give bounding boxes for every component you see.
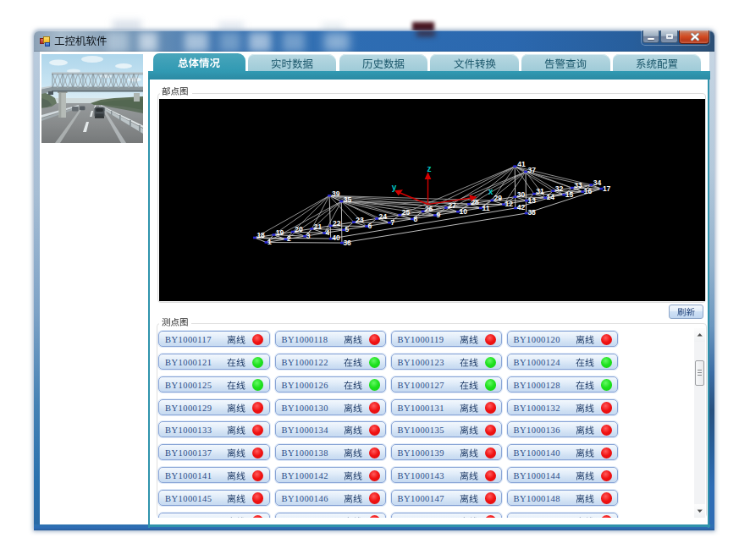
svg-text:38: 38 xyxy=(527,208,536,217)
svg-text:5: 5 xyxy=(345,225,350,233)
svg-text:27: 27 xyxy=(448,201,456,210)
svg-text:19: 19 xyxy=(276,228,284,237)
svg-text:7: 7 xyxy=(391,218,395,227)
svg-text:12: 12 xyxy=(505,200,514,208)
svg-text:1: 1 xyxy=(267,238,272,246)
svg-text:13: 13 xyxy=(528,196,537,205)
svg-text:25: 25 xyxy=(402,208,411,217)
svg-text:3: 3 xyxy=(306,232,311,240)
svg-text:35: 35 xyxy=(344,195,352,204)
svg-text:18: 18 xyxy=(256,231,265,239)
svg-text:z: z xyxy=(427,164,432,173)
svg-text:41: 41 xyxy=(517,160,526,168)
svg-text:24: 24 xyxy=(379,212,388,221)
svg-text:10: 10 xyxy=(460,207,468,216)
svg-text:33: 33 xyxy=(574,181,582,189)
svg-text:11: 11 xyxy=(483,204,490,212)
svg-text:2: 2 xyxy=(287,234,291,243)
svg-text:34: 34 xyxy=(593,178,602,187)
svg-text:y: y xyxy=(392,183,397,192)
svg-text:40: 40 xyxy=(332,233,340,242)
svg-text:16: 16 xyxy=(584,187,593,195)
svg-text:22: 22 xyxy=(333,219,341,228)
svg-text:8: 8 xyxy=(414,215,418,223)
svg-text:37: 37 xyxy=(528,166,537,174)
svg-text:31: 31 xyxy=(536,187,544,195)
svg-text:23: 23 xyxy=(356,216,364,224)
svg-text:x: x xyxy=(488,187,494,196)
svg-text:29: 29 xyxy=(494,194,503,202)
svg-text:9: 9 xyxy=(437,211,441,219)
svg-text:42: 42 xyxy=(517,203,526,211)
svg-text:36: 36 xyxy=(343,239,351,247)
svg-text:17: 17 xyxy=(603,184,611,193)
svg-text:20: 20 xyxy=(295,225,303,233)
svg-text:30: 30 xyxy=(517,190,526,199)
svg-text:39: 39 xyxy=(332,189,340,198)
svg-text:14: 14 xyxy=(547,193,555,201)
svg-text:26: 26 xyxy=(425,205,433,213)
svg-text:15: 15 xyxy=(565,190,574,199)
svg-text:4: 4 xyxy=(326,228,330,237)
svg-text:6: 6 xyxy=(368,222,372,230)
svg-text:21: 21 xyxy=(314,222,323,231)
svg-text:32: 32 xyxy=(555,184,564,193)
